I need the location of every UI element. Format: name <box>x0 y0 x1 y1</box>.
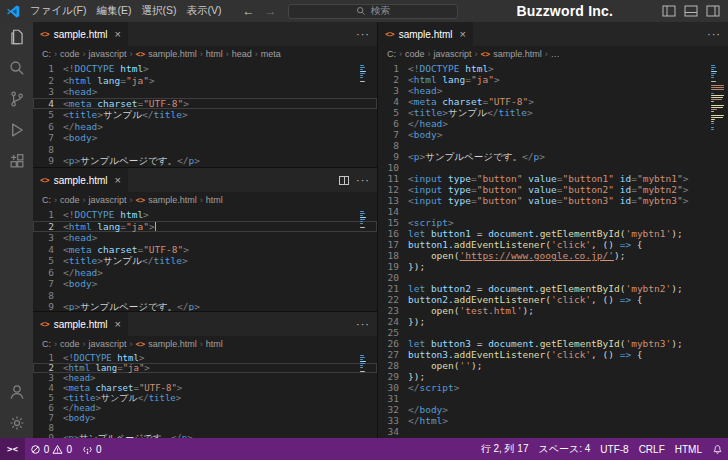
encoding[interactable]: UTF-8 <box>595 438 633 460</box>
command-center-search[interactable]: 検索 <box>288 4 458 19</box>
breadcrumb-item[interactable]: C: <box>42 195 51 205</box>
breadcrumb-item[interactable]: html <box>206 339 223 349</box>
breadcrumb-item[interactable]: code <box>60 49 80 59</box>
activity-bar <box>0 22 33 438</box>
line-tokens: <body> <box>408 129 442 140</box>
vscode-window: ファイル(F) 編集(E) 選択(S) 表示(V) ← → 検索 Buzzwor… <box>0 0 728 460</box>
breadcrumb-item[interactable]: html <box>206 49 223 59</box>
cursor-position[interactable]: 行 2, 列 17 <box>476 438 534 460</box>
problems-indicator[interactable]: 0 0 <box>25 438 77 460</box>
code-line: 25 <box>378 327 728 338</box>
minimap[interactable] <box>711 65 725 133</box>
breadcrumb-separator: › <box>475 49 478 59</box>
line-number: 17 <box>378 239 408 250</box>
breadcrumb-item[interactable]: code <box>60 195 80 205</box>
run-and-debug-icon[interactable] <box>8 121 26 139</box>
breadcrumb-item[interactable]: C: <box>387 49 396 59</box>
more-actions-icon[interactable]: ··· <box>707 29 721 40</box>
tab-sample-html[interactable]: <>sample.html× <box>33 168 129 192</box>
eol-sequence[interactable]: CRLF <box>634 438 670 460</box>
breadcrumb-item[interactable]: … <box>551 49 560 59</box>
breadcrumb-item[interactable]: javascript <box>89 339 127 349</box>
breadcrumb-item[interactable]: C: <box>42 49 51 59</box>
tab-sample-html[interactable]: <>sample.html× <box>33 312 129 336</box>
forward-arrow-icon[interactable]: → <box>264 4 276 18</box>
code-line: 29}); <box>378 371 728 382</box>
minimap[interactable] <box>360 211 374 229</box>
breadcrumb-item[interactable]: head <box>232 49 252 59</box>
line-number: 12 <box>378 184 408 195</box>
back-arrow-icon[interactable]: ← <box>242 4 254 18</box>
code-line: 9<p>サンプルページです。</p> <box>33 301 377 311</box>
breadcrumb-item[interactable]: code <box>405 49 425 59</box>
settings-gear-icon[interactable] <box>8 414 26 432</box>
layout-panel-icon[interactable] <box>684 5 698 17</box>
source-control-icon[interactable] <box>8 90 26 108</box>
breadcrumb-item[interactable]: javascript <box>89 49 127 59</box>
menu-edit[interactable]: 編集(E) <box>91 4 136 18</box>
layout-sidebar-icon[interactable] <box>662 5 676 17</box>
bell-icon <box>712 444 723 455</box>
remote-indicator[interactable]: >< <box>0 438 25 460</box>
breadcrumb-separator: › <box>83 195 86 205</box>
split-editor-icon[interactable] <box>339 176 349 185</box>
search-sidebar-icon[interactable] <box>8 59 26 77</box>
tab-bar: <>sample.html×··· <box>33 312 377 336</box>
breadcrumb-item[interactable]: sample.html <box>148 49 197 59</box>
code-area[interactable]: 1<!DOCTYPE html>2<html lang="ja">3<head>… <box>378 62 728 438</box>
breadcrumb-item[interactable]: code <box>60 339 80 349</box>
accounts-icon[interactable] <box>8 383 26 401</box>
tab-sample-html[interactable]: <>sample.html× <box>33 22 129 46</box>
line-tokens: <html lang="ja"> <box>63 363 150 373</box>
breadcrumb-item[interactable]: meta <box>261 49 281 59</box>
more-actions-icon[interactable]: ··· <box>356 319 370 330</box>
line-number: 8 <box>33 423 63 433</box>
breadcrumb-item[interactable]: html <box>206 195 223 205</box>
line-number: 5 <box>33 393 63 403</box>
explorer-icon[interactable] <box>8 28 26 46</box>
breadcrumb-item[interactable]: javascript <box>89 195 127 205</box>
breadcrumb-item[interactable]: sample.html <box>148 195 197 205</box>
minimap[interactable] <box>360 65 374 83</box>
code-area[interactable]: 1<!DOCTYPE html>2<html lang="ja">3<head>… <box>33 352 377 438</box>
line-tokens: }); <box>408 316 425 327</box>
more-actions-icon[interactable]: ··· <box>356 175 370 186</box>
tab-close-icon[interactable]: × <box>115 28 121 40</box>
breadcrumb-item[interactable]: javascript <box>434 49 472 59</box>
tab-sample-html[interactable]: <>sample.html× <box>378 22 474 46</box>
layout-secondary-sidebar-icon[interactable] <box>706 5 720 17</box>
tab-close-icon[interactable]: × <box>460 28 466 40</box>
menu-view[interactable]: 表示(V) <box>181 4 226 18</box>
line-tokens: <title>サンプル</title> <box>408 107 533 118</box>
breadcrumb-item[interactable]: sample.html <box>148 339 197 349</box>
menu-file[interactable]: ファイル(F) <box>25 4 91 18</box>
tab-close-icon[interactable]: × <box>115 174 121 186</box>
code-line: 9<p>サンプルページです。</p> <box>378 151 728 162</box>
language-mode[interactable]: HTML <box>670 438 707 460</box>
breadcrumb: C:›code›javascript›<>sample.html›html›he… <box>33 46 377 62</box>
extensions-icon[interactable] <box>8 152 26 170</box>
code-line: 5<title>サンプル</title> <box>378 107 728 118</box>
breadcrumb-item[interactable]: sample.html <box>493 49 542 59</box>
indentation[interactable]: スペース: 4 <box>533 438 595 460</box>
line-number: 32 <box>378 404 408 415</box>
code-area[interactable]: 1<!DOCTYPE html>2<html lang="ja">3<head>… <box>33 62 377 167</box>
line-tokens: <body> <box>63 278 97 290</box>
notifications-bell[interactable] <box>707 438 728 460</box>
line-tokens: button1.addEventListener('click', () => … <box>408 239 643 250</box>
tab-close-icon[interactable]: × <box>115 318 121 330</box>
minimap[interactable] <box>360 355 374 373</box>
ports-indicator[interactable]: 0 <box>77 438 107 460</box>
line-number: 34 <box>378 426 408 437</box>
code-line: 9<p>サンプルページです。</p> <box>33 155 377 167</box>
breadcrumb-item[interactable]: C: <box>42 339 51 349</box>
more-actions-icon[interactable]: ··· <box>356 29 370 40</box>
line-tokens: <!DOCTYPE html> <box>408 63 494 74</box>
line-tokens: button2.addEventListener('click', () => … <box>408 294 643 305</box>
html-file-icon: <> <box>136 340 146 349</box>
line-tokens: <body> <box>63 132 97 144</box>
breadcrumb-separator: › <box>428 49 431 59</box>
text-cursor <box>155 222 156 231</box>
code-area[interactable]: 1<!DOCTYPE html>2<html lang="ja">3<head>… <box>33 208 377 311</box>
menu-selection[interactable]: 選択(S) <box>136 4 181 18</box>
